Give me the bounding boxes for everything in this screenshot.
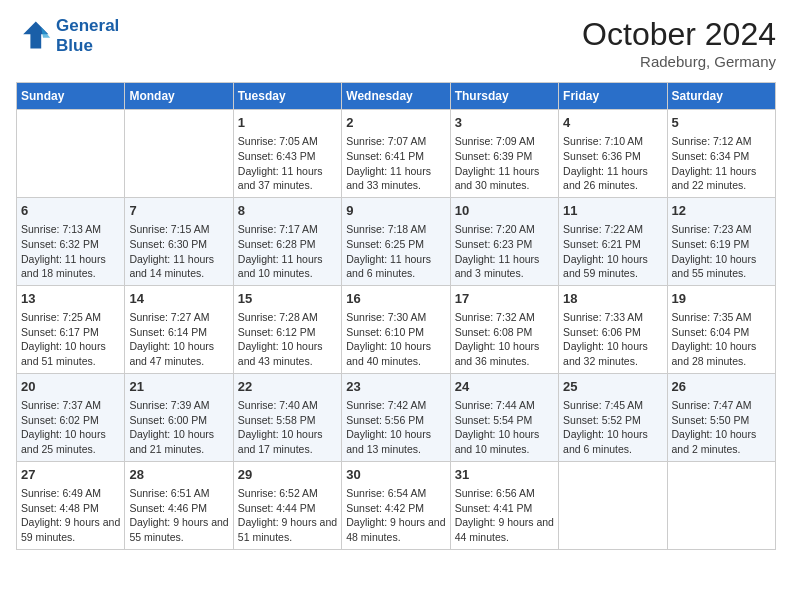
cell-sun-info: Sunrise: 7:47 AMSunset: 5:50 PMDaylight:… [672, 398, 771, 457]
cell-sun-info: Sunrise: 7:28 AMSunset: 6:12 PMDaylight:… [238, 310, 337, 369]
calendar-cell: 21Sunrise: 7:39 AMSunset: 6:00 PMDayligh… [125, 373, 233, 461]
weekday-header: Wednesday [342, 83, 450, 110]
cell-day-number: 27 [21, 466, 120, 484]
cell-sun-info: Sunrise: 7:20 AMSunset: 6:23 PMDaylight:… [455, 222, 554, 281]
location: Radeburg, Germany [582, 53, 776, 70]
calendar-cell: 8Sunrise: 7:17 AMSunset: 6:28 PMDaylight… [233, 197, 341, 285]
cell-sun-info: Sunrise: 7:22 AMSunset: 6:21 PMDaylight:… [563, 222, 662, 281]
cell-day-number: 2 [346, 114, 445, 132]
cell-sun-info: Sunrise: 7:27 AMSunset: 6:14 PMDaylight:… [129, 310, 228, 369]
cell-day-number: 22 [238, 378, 337, 396]
calendar-cell [17, 110, 125, 198]
calendar-week-row: 6Sunrise: 7:13 AMSunset: 6:32 PMDaylight… [17, 197, 776, 285]
cell-sun-info: Sunrise: 7:37 AMSunset: 6:02 PMDaylight:… [21, 398, 120, 457]
cell-sun-info: Sunrise: 7:15 AMSunset: 6:30 PMDaylight:… [129, 222, 228, 281]
calendar-week-row: 1Sunrise: 7:05 AMSunset: 6:43 PMDaylight… [17, 110, 776, 198]
cell-day-number: 10 [455, 202, 554, 220]
calendar-cell: 12Sunrise: 7:23 AMSunset: 6:19 PMDayligh… [667, 197, 775, 285]
cell-sun-info: Sunrise: 7:18 AMSunset: 6:25 PMDaylight:… [346, 222, 445, 281]
calendar-cell: 24Sunrise: 7:44 AMSunset: 5:54 PMDayligh… [450, 373, 558, 461]
cell-sun-info: Sunrise: 7:07 AMSunset: 6:41 PMDaylight:… [346, 134, 445, 193]
logo-text: General Blue [56, 16, 119, 55]
cell-sun-info: Sunrise: 7:33 AMSunset: 6:06 PMDaylight:… [563, 310, 662, 369]
cell-day-number: 13 [21, 290, 120, 308]
calendar-week-row: 20Sunrise: 7:37 AMSunset: 6:02 PMDayligh… [17, 373, 776, 461]
weekday-header: Friday [559, 83, 667, 110]
calendar-cell: 2Sunrise: 7:07 AMSunset: 6:41 PMDaylight… [342, 110, 450, 198]
cell-day-number: 29 [238, 466, 337, 484]
cell-sun-info: Sunrise: 7:17 AMSunset: 6:28 PMDaylight:… [238, 222, 337, 281]
cell-day-number: 8 [238, 202, 337, 220]
weekday-header: Thursday [450, 83, 558, 110]
cell-sun-info: Sunrise: 7:23 AMSunset: 6:19 PMDaylight:… [672, 222, 771, 281]
cell-day-number: 6 [21, 202, 120, 220]
calendar-cell [125, 110, 233, 198]
cell-sun-info: Sunrise: 6:54 AMSunset: 4:42 PMDaylight:… [346, 486, 445, 545]
cell-sun-info: Sunrise: 7:32 AMSunset: 6:08 PMDaylight:… [455, 310, 554, 369]
calendar-cell: 27Sunrise: 6:49 AMSunset: 4:48 PMDayligh… [17, 461, 125, 549]
calendar-cell: 6Sunrise: 7:13 AMSunset: 6:32 PMDaylight… [17, 197, 125, 285]
calendar-cell: 22Sunrise: 7:40 AMSunset: 5:58 PMDayligh… [233, 373, 341, 461]
calendar-cell: 14Sunrise: 7:27 AMSunset: 6:14 PMDayligh… [125, 285, 233, 373]
cell-day-number: 3 [455, 114, 554, 132]
cell-day-number: 15 [238, 290, 337, 308]
weekday-header: Monday [125, 83, 233, 110]
cell-day-number: 25 [563, 378, 662, 396]
cell-sun-info: Sunrise: 7:39 AMSunset: 6:00 PMDaylight:… [129, 398, 228, 457]
cell-sun-info: Sunrise: 6:52 AMSunset: 4:44 PMDaylight:… [238, 486, 337, 545]
calendar-cell: 31Sunrise: 6:56 AMSunset: 4:41 PMDayligh… [450, 461, 558, 549]
cell-day-number: 14 [129, 290, 228, 308]
calendar-week-row: 27Sunrise: 6:49 AMSunset: 4:48 PMDayligh… [17, 461, 776, 549]
calendar-cell: 25Sunrise: 7:45 AMSunset: 5:52 PMDayligh… [559, 373, 667, 461]
cell-sun-info: Sunrise: 6:51 AMSunset: 4:46 PMDaylight:… [129, 486, 228, 545]
page-header: General Blue October 2024 Radeburg, Germ… [16, 16, 776, 70]
title-block: October 2024 Radeburg, Germany [582, 16, 776, 70]
cell-day-number: 23 [346, 378, 445, 396]
cell-day-number: 11 [563, 202, 662, 220]
cell-day-number: 21 [129, 378, 228, 396]
calendar-cell: 7Sunrise: 7:15 AMSunset: 6:30 PMDaylight… [125, 197, 233, 285]
cell-sun-info: Sunrise: 7:12 AMSunset: 6:34 PMDaylight:… [672, 134, 771, 193]
cell-sun-info: Sunrise: 7:45 AMSunset: 5:52 PMDaylight:… [563, 398, 662, 457]
cell-day-number: 19 [672, 290, 771, 308]
calendar-cell [559, 461, 667, 549]
cell-day-number: 24 [455, 378, 554, 396]
cell-sun-info: Sunrise: 7:25 AMSunset: 6:17 PMDaylight:… [21, 310, 120, 369]
calendar-cell [667, 461, 775, 549]
cell-day-number: 7 [129, 202, 228, 220]
cell-sun-info: Sunrise: 7:13 AMSunset: 6:32 PMDaylight:… [21, 222, 120, 281]
cell-sun-info: Sunrise: 7:42 AMSunset: 5:56 PMDaylight:… [346, 398, 445, 457]
cell-day-number: 17 [455, 290, 554, 308]
calendar-cell: 10Sunrise: 7:20 AMSunset: 6:23 PMDayligh… [450, 197, 558, 285]
calendar-cell: 9Sunrise: 7:18 AMSunset: 6:25 PMDaylight… [342, 197, 450, 285]
cell-day-number: 31 [455, 466, 554, 484]
cell-sun-info: Sunrise: 7:05 AMSunset: 6:43 PMDaylight:… [238, 134, 337, 193]
cell-day-number: 9 [346, 202, 445, 220]
calendar-cell: 15Sunrise: 7:28 AMSunset: 6:12 PMDayligh… [233, 285, 341, 373]
calendar-cell: 3Sunrise: 7:09 AMSunset: 6:39 PMDaylight… [450, 110, 558, 198]
calendar-table: SundayMondayTuesdayWednesdayThursdayFrid… [16, 82, 776, 550]
calendar-cell: 29Sunrise: 6:52 AMSunset: 4:44 PMDayligh… [233, 461, 341, 549]
calendar-cell: 13Sunrise: 7:25 AMSunset: 6:17 PMDayligh… [17, 285, 125, 373]
cell-day-number: 4 [563, 114, 662, 132]
cell-day-number: 1 [238, 114, 337, 132]
calendar-cell: 11Sunrise: 7:22 AMSunset: 6:21 PMDayligh… [559, 197, 667, 285]
cell-sun-info: Sunrise: 6:49 AMSunset: 4:48 PMDaylight:… [21, 486, 120, 545]
calendar-cell: 19Sunrise: 7:35 AMSunset: 6:04 PMDayligh… [667, 285, 775, 373]
cell-day-number: 18 [563, 290, 662, 308]
cell-day-number: 12 [672, 202, 771, 220]
calendar-week-row: 13Sunrise: 7:25 AMSunset: 6:17 PMDayligh… [17, 285, 776, 373]
weekday-header: Tuesday [233, 83, 341, 110]
calendar-cell: 23Sunrise: 7:42 AMSunset: 5:56 PMDayligh… [342, 373, 450, 461]
cell-day-number: 28 [129, 466, 228, 484]
calendar-cell: 16Sunrise: 7:30 AMSunset: 6:10 PMDayligh… [342, 285, 450, 373]
cell-day-number: 20 [21, 378, 120, 396]
logo-icon [16, 18, 52, 54]
calendar-cell: 30Sunrise: 6:54 AMSunset: 4:42 PMDayligh… [342, 461, 450, 549]
weekday-header: Sunday [17, 83, 125, 110]
weekday-header: Saturday [667, 83, 775, 110]
cell-sun-info: Sunrise: 7:44 AMSunset: 5:54 PMDaylight:… [455, 398, 554, 457]
month-title: October 2024 [582, 16, 776, 53]
calendar-cell: 1Sunrise: 7:05 AMSunset: 6:43 PMDaylight… [233, 110, 341, 198]
cell-day-number: 26 [672, 378, 771, 396]
